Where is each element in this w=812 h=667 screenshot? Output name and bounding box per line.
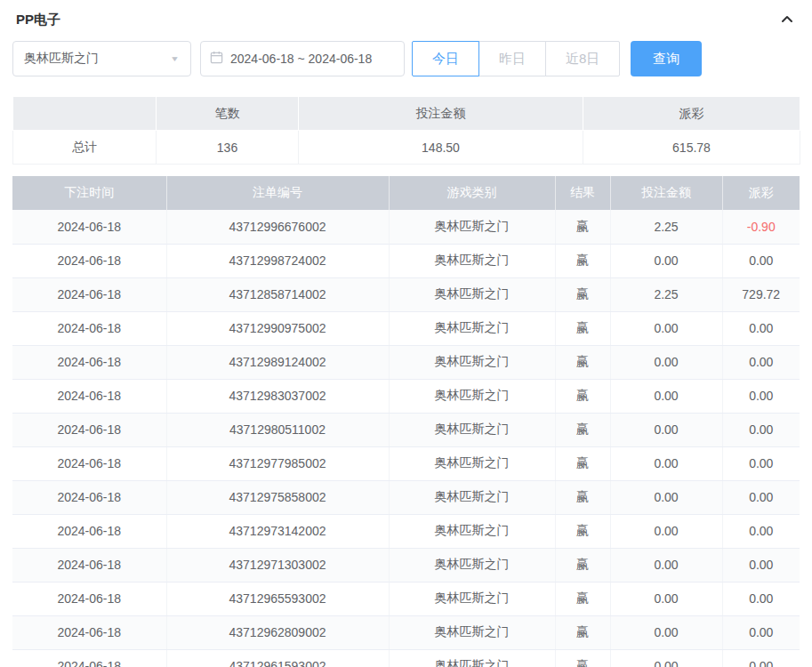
table-cell: 赢 [555, 244, 610, 277]
table-cell: 奥林匹斯之门 [389, 615, 555, 649]
today-button[interactable]: 今日 [412, 41, 479, 76]
table-cell: 0.00 [722, 548, 800, 582]
table-cell: 奥林匹斯之门 [389, 649, 555, 667]
page-title: PP电子 [16, 12, 60, 28]
table-cell: 奥林匹斯之门 [389, 446, 555, 480]
table-row: 2024-06-1843712990975002奥林匹斯之门赢0.000.00 [12, 311, 800, 345]
bet-records-table: 下注时间 注单编号 游戏类别 结果 投注金额 派彩 2024-06-184371… [12, 176, 800, 667]
table-cell: 0.00 [610, 379, 722, 413]
table-cell: 赢 [555, 446, 610, 480]
table-cell: 43712990975002 [166, 311, 389, 345]
summary-total-payout: 615.78 [583, 131, 800, 165]
pp-electronic-panel: PP电子 奥林匹斯之门 ▼ 2024-06-18 ~ 2024-06-18 今日… [0, 0, 812, 667]
table-cell: 0.00 [722, 480, 800, 514]
date-range-input[interactable]: 2024-06-18 ~ 2024-06-18 [200, 41, 405, 76]
table-cell: 0.00 [722, 582, 800, 615]
table-cell: 2024-06-18 [12, 480, 166, 514]
table-cell: 赢 [555, 379, 610, 413]
header-order-number: 注单编号 [166, 176, 389, 210]
table-cell: 奥林匹斯之门 [389, 548, 555, 582]
summary-header-bet-amount: 投注金额 [299, 97, 583, 131]
table-cell: 赢 [555, 345, 610, 379]
table-cell: 2024-06-18 [12, 345, 166, 379]
table-row: 2024-06-1843712965593002奥林匹斯之门赢0.000.00 [12, 582, 800, 615]
table-cell: 奥林匹斯之门 [389, 244, 555, 277]
table-cell: 729.72 [722, 277, 800, 311]
table-cell: 0.00 [610, 582, 722, 615]
table-cell: 43712971303002 [166, 548, 389, 582]
table-cell: 0.00 [610, 345, 722, 379]
table-cell: 43712989124002 [166, 345, 389, 379]
table-cell: 奥林匹斯之门 [389, 514, 555, 548]
table-row: 2024-06-1843712989124002奥林匹斯之门赢0.000.00 [12, 345, 800, 379]
table-cell: -0.90 [722, 210, 800, 244]
chevron-up-icon [780, 16, 794, 29]
table-cell: 赢 [555, 311, 610, 345]
table-cell: 0.00 [610, 514, 722, 548]
table-cell: 43712983037002 [166, 379, 389, 413]
table-cell: 0.00 [610, 311, 722, 345]
table-cell: 奥林匹斯之门 [389, 480, 555, 514]
table-cell: 43712858714002 [166, 277, 389, 311]
table-row: 2024-06-1843712975858002奥林匹斯之门赢0.000.00 [12, 480, 800, 514]
header-payout: 派彩 [722, 176, 800, 210]
table-cell: 奥林匹斯之门 [389, 582, 555, 615]
yesterday-button[interactable]: 昨日 [478, 41, 546, 76]
table-cell: 0.00 [610, 649, 722, 667]
table-cell: 赢 [555, 548, 610, 582]
table-cell: 2024-06-18 [12, 413, 166, 446]
table-cell: 0.00 [722, 446, 800, 480]
table-row: 2024-06-1843712983037002奥林匹斯之门赢0.000.00 [12, 379, 800, 413]
table-cell: 2.25 [610, 277, 722, 311]
bet-table-header-row: 下注时间 注单编号 游戏类别 结果 投注金额 派彩 [12, 176, 800, 210]
table-cell: 0.00 [610, 615, 722, 649]
table-cell: 2024-06-18 [12, 548, 166, 582]
summary-total-count: 136 [157, 131, 299, 165]
table-cell: 43712980511002 [166, 413, 389, 446]
table-cell: 奥林匹斯之门 [389, 277, 555, 311]
table-cell: 43712962809002 [166, 615, 389, 649]
game-select-value: 奥林匹斯之门 [24, 51, 99, 67]
table-cell: 2024-06-18 [12, 446, 166, 480]
header-bet-amount: 投注金额 [610, 176, 722, 210]
summary-total-row: 总计 136 148.50 615.78 [13, 131, 800, 165]
table-cell: 赢 [555, 277, 610, 311]
table-cell: 赢 [555, 514, 610, 548]
summary-header-row: 笔数 投注金额 派彩 [13, 97, 800, 131]
game-select[interactable]: 奥林匹斯之门 ▼ [12, 41, 191, 76]
date-range-value: 2024-06-18 ~ 2024-06-18 [230, 52, 372, 66]
summary-header-count: 笔数 [157, 97, 299, 131]
table-cell: 43712975858002 [166, 480, 389, 514]
table-cell: 2024-06-18 [12, 277, 166, 311]
filter-bar: 奥林匹斯之门 ▼ 2024-06-18 ~ 2024-06-18 今日 昨日 近… [12, 41, 800, 76]
chevron-down-icon: ▼ [170, 55, 180, 63]
table-cell: 43712965593002 [166, 582, 389, 615]
table-row: 2024-06-1843712980511002奥林匹斯之门赢0.000.00 [12, 413, 800, 446]
collapse-panel-button[interactable] [778, 11, 796, 28]
table-cell: 赢 [555, 649, 610, 667]
table-cell: 2024-06-18 [12, 311, 166, 345]
last-8-days-button[interactable]: 近8日 [545, 41, 620, 76]
table-cell: 0.00 [722, 379, 800, 413]
table-cell: 2024-06-18 [12, 514, 166, 548]
summary-table: 笔数 投注金额 派彩 总计 136 148.50 615.78 [12, 96, 800, 165]
table-row: 2024-06-1843712998724002奥林匹斯之门赢0.000.00 [12, 244, 800, 277]
table-row: 2024-06-1843712962809002奥林匹斯之门赢0.000.00 [12, 615, 800, 649]
table-cell: 奥林匹斯之门 [389, 210, 555, 244]
table-cell: 奥林匹斯之门 [389, 311, 555, 345]
table-row: 2024-06-1843712973142002奥林匹斯之门赢0.000.00 [12, 514, 800, 548]
calendar-icon [210, 51, 223, 67]
table-cell: 0.00 [610, 548, 722, 582]
table-cell: 赢 [555, 615, 610, 649]
table-cell: 奥林匹斯之门 [389, 345, 555, 379]
table-cell: 43712961593002 [166, 649, 389, 667]
table-cell: 0.00 [722, 244, 800, 277]
table-cell: 43712998724002 [166, 244, 389, 277]
table-cell: 2024-06-18 [12, 210, 166, 244]
table-cell: 赢 [555, 480, 610, 514]
search-button[interactable]: 查询 [631, 41, 702, 76]
table-cell: 0.00 [610, 446, 722, 480]
table-cell: 0.00 [722, 514, 800, 548]
table-cell: 0.00 [722, 413, 800, 446]
table-row: 2024-06-1843712858714002奥林匹斯之门赢2.25729.7… [12, 277, 800, 311]
